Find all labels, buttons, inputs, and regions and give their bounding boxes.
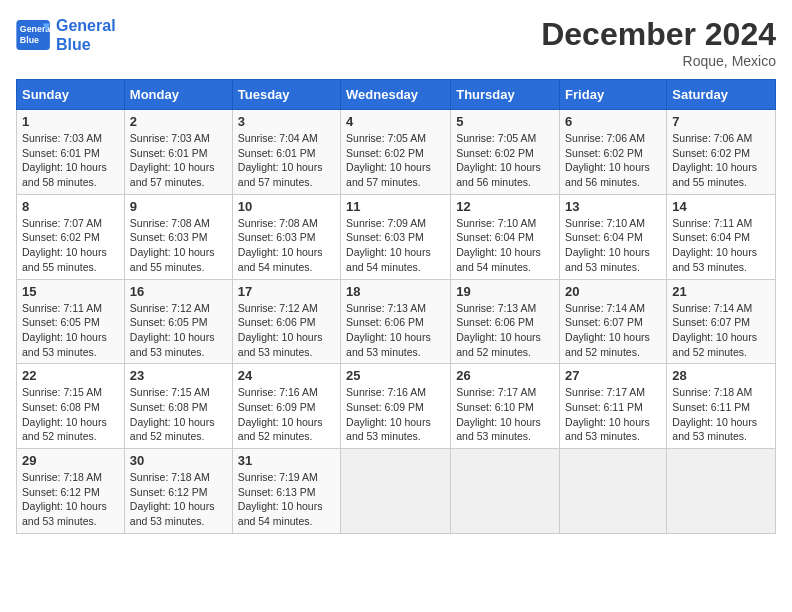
day-info: Sunrise: 7:10 AMSunset: 6:04 PMDaylight:… [565, 216, 661, 275]
day-info: Sunrise: 7:08 AMSunset: 6:03 PMDaylight:… [238, 216, 335, 275]
day-info: Sunrise: 7:12 AMSunset: 6:05 PMDaylight:… [130, 301, 227, 360]
calendar-row: 1 Sunrise: 7:03 AMSunset: 6:01 PMDayligh… [17, 110, 776, 195]
calendar-cell: 14 Sunrise: 7:11 AMSunset: 6:04 PMDaylig… [667, 194, 776, 279]
calendar-cell: 19 Sunrise: 7:13 AMSunset: 6:06 PMDaylig… [451, 279, 560, 364]
col-tuesday: Tuesday [232, 80, 340, 110]
calendar-body: 1 Sunrise: 7:03 AMSunset: 6:01 PMDayligh… [17, 110, 776, 534]
day-number: 23 [130, 368, 227, 383]
day-number: 6 [565, 114, 661, 129]
calendar-cell: 13 Sunrise: 7:10 AMSunset: 6:04 PMDaylig… [560, 194, 667, 279]
day-info: Sunrise: 7:06 AMSunset: 6:02 PMDaylight:… [565, 131, 661, 190]
day-info: Sunrise: 7:07 AMSunset: 6:02 PMDaylight:… [22, 216, 119, 275]
day-number: 25 [346, 368, 445, 383]
day-info: Sunrise: 7:10 AMSunset: 6:04 PMDaylight:… [456, 216, 554, 275]
day-info: Sunrise: 7:17 AMSunset: 6:11 PMDaylight:… [565, 385, 661, 444]
day-number: 10 [238, 199, 335, 214]
header-row: Sunday Monday Tuesday Wednesday Thursday… [17, 80, 776, 110]
col-friday: Friday [560, 80, 667, 110]
calendar-cell: 11 Sunrise: 7:09 AMSunset: 6:03 PMDaylig… [341, 194, 451, 279]
calendar-cell: 24 Sunrise: 7:16 AMSunset: 6:09 PMDaylig… [232, 364, 340, 449]
calendar-cell: 6 Sunrise: 7:06 AMSunset: 6:02 PMDayligh… [560, 110, 667, 195]
day-number: 3 [238, 114, 335, 129]
calendar-cell: 29 Sunrise: 7:18 AMSunset: 6:12 PMDaylig… [17, 449, 125, 534]
day-info: Sunrise: 7:05 AMSunset: 6:02 PMDaylight:… [456, 131, 554, 190]
day-number: 19 [456, 284, 554, 299]
logo-icon: General Blue [16, 20, 52, 50]
calendar-cell: 8 Sunrise: 7:07 AMSunset: 6:02 PMDayligh… [17, 194, 125, 279]
day-info: Sunrise: 7:03 AMSunset: 6:01 PMDaylight:… [130, 131, 227, 190]
day-info: Sunrise: 7:12 AMSunset: 6:06 PMDaylight:… [238, 301, 335, 360]
day-number: 30 [130, 453, 227, 468]
day-info: Sunrise: 7:14 AMSunset: 6:07 PMDaylight:… [565, 301, 661, 360]
location: Roque, Mexico [541, 53, 776, 69]
calendar-cell: 15 Sunrise: 7:11 AMSunset: 6:05 PMDaylig… [17, 279, 125, 364]
day-number: 16 [130, 284, 227, 299]
day-number: 18 [346, 284, 445, 299]
logo: General Blue General Blue [16, 16, 116, 54]
calendar-cell: 21 Sunrise: 7:14 AMSunset: 6:07 PMDaylig… [667, 279, 776, 364]
calendar-cell: 4 Sunrise: 7:05 AMSunset: 6:02 PMDayligh… [341, 110, 451, 195]
day-number: 4 [346, 114, 445, 129]
calendar-cell: 31 Sunrise: 7:19 AMSunset: 6:13 PMDaylig… [232, 449, 340, 534]
day-info: Sunrise: 7:13 AMSunset: 6:06 PMDaylight:… [456, 301, 554, 360]
day-number: 1 [22, 114, 119, 129]
calendar-cell: 7 Sunrise: 7:06 AMSunset: 6:02 PMDayligh… [667, 110, 776, 195]
day-number: 8 [22, 199, 119, 214]
day-info: Sunrise: 7:11 AMSunset: 6:04 PMDaylight:… [672, 216, 770, 275]
day-number: 11 [346, 199, 445, 214]
day-number: 26 [456, 368, 554, 383]
col-thursday: Thursday [451, 80, 560, 110]
calendar-cell: 22 Sunrise: 7:15 AMSunset: 6:08 PMDaylig… [17, 364, 125, 449]
col-monday: Monday [124, 80, 232, 110]
day-number: 12 [456, 199, 554, 214]
day-number: 24 [238, 368, 335, 383]
day-info: Sunrise: 7:19 AMSunset: 6:13 PMDaylight:… [238, 470, 335, 529]
calendar-cell: 23 Sunrise: 7:15 AMSunset: 6:08 PMDaylig… [124, 364, 232, 449]
calendar-row: 8 Sunrise: 7:07 AMSunset: 6:02 PMDayligh… [17, 194, 776, 279]
day-number: 22 [22, 368, 119, 383]
day-info: Sunrise: 7:08 AMSunset: 6:03 PMDaylight:… [130, 216, 227, 275]
calendar-cell: 16 Sunrise: 7:12 AMSunset: 6:05 PMDaylig… [124, 279, 232, 364]
calendar-cell: 20 Sunrise: 7:14 AMSunset: 6:07 PMDaylig… [560, 279, 667, 364]
calendar-cell: 12 Sunrise: 7:10 AMSunset: 6:04 PMDaylig… [451, 194, 560, 279]
month-title: December 2024 [541, 16, 776, 53]
day-number: 20 [565, 284, 661, 299]
calendar-row: 22 Sunrise: 7:15 AMSunset: 6:08 PMDaylig… [17, 364, 776, 449]
calendar-row: 29 Sunrise: 7:18 AMSunset: 6:12 PMDaylig… [17, 449, 776, 534]
day-info: Sunrise: 7:03 AMSunset: 6:01 PMDaylight:… [22, 131, 119, 190]
day-info: Sunrise: 7:18 AMSunset: 6:12 PMDaylight:… [22, 470, 119, 529]
day-number: 2 [130, 114, 227, 129]
col-saturday: Saturday [667, 80, 776, 110]
calendar-cell: 18 Sunrise: 7:13 AMSunset: 6:06 PMDaylig… [341, 279, 451, 364]
calendar-cell [667, 449, 776, 534]
day-info: Sunrise: 7:18 AMSunset: 6:12 PMDaylight:… [130, 470, 227, 529]
day-number: 15 [22, 284, 119, 299]
day-info: Sunrise: 7:15 AMSunset: 6:08 PMDaylight:… [130, 385, 227, 444]
col-wednesday: Wednesday [341, 80, 451, 110]
day-info: Sunrise: 7:15 AMSunset: 6:08 PMDaylight:… [22, 385, 119, 444]
calendar-cell: 26 Sunrise: 7:17 AMSunset: 6:10 PMDaylig… [451, 364, 560, 449]
day-number: 13 [565, 199, 661, 214]
day-info: Sunrise: 7:05 AMSunset: 6:02 PMDaylight:… [346, 131, 445, 190]
day-info: Sunrise: 7:18 AMSunset: 6:11 PMDaylight:… [672, 385, 770, 444]
calendar-cell: 27 Sunrise: 7:17 AMSunset: 6:11 PMDaylig… [560, 364, 667, 449]
day-info: Sunrise: 7:09 AMSunset: 6:03 PMDaylight:… [346, 216, 445, 275]
calendar-cell [451, 449, 560, 534]
svg-text:Blue: Blue [20, 35, 39, 45]
calendar-row: 15 Sunrise: 7:11 AMSunset: 6:05 PMDaylig… [17, 279, 776, 364]
calendar-cell [341, 449, 451, 534]
calendar-cell: 1 Sunrise: 7:03 AMSunset: 6:01 PMDayligh… [17, 110, 125, 195]
day-number: 9 [130, 199, 227, 214]
day-info: Sunrise: 7:13 AMSunset: 6:06 PMDaylight:… [346, 301, 445, 360]
logo-general: General [56, 16, 116, 35]
day-number: 28 [672, 368, 770, 383]
calendar-cell: 30 Sunrise: 7:18 AMSunset: 6:12 PMDaylig… [124, 449, 232, 534]
title-area: December 2024 Roque, Mexico [541, 16, 776, 69]
calendar-cell: 2 Sunrise: 7:03 AMSunset: 6:01 PMDayligh… [124, 110, 232, 195]
day-info: Sunrise: 7:04 AMSunset: 6:01 PMDaylight:… [238, 131, 335, 190]
day-info: Sunrise: 7:14 AMSunset: 6:07 PMDaylight:… [672, 301, 770, 360]
day-info: Sunrise: 7:06 AMSunset: 6:02 PMDaylight:… [672, 131, 770, 190]
calendar-cell [560, 449, 667, 534]
col-sunday: Sunday [17, 80, 125, 110]
calendar-cell: 28 Sunrise: 7:18 AMSunset: 6:11 PMDaylig… [667, 364, 776, 449]
